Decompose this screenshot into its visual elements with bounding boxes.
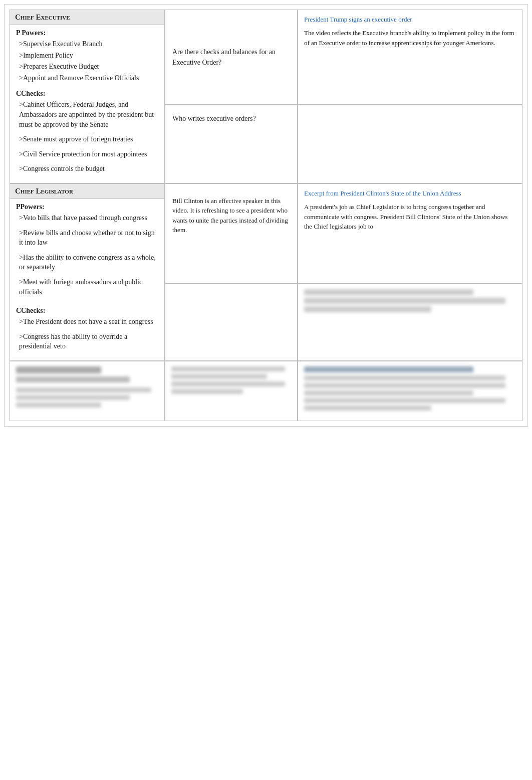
video2-cell: Excerpt from President Clinton's State o… [298,183,522,284]
check-item: >Cabinet Officers, Federal Judges, and A… [16,100,158,129]
response-text: Bill Clinton is an effective speaker in … [172,196,290,235]
checks-group: >Senate must approve of foriegn treaties [16,134,158,144]
legislator-power-item: >Veto bills that have passed through con… [16,213,158,223]
power-item: >Supervise Executive Branch [16,39,158,49]
legislator-checks-heading: CChecks: [16,307,158,315]
legislator-powers-list: >Veto bills that have passed through con… [16,213,158,223]
power-item: >Implement Policy [16,51,158,61]
power-item: >Prepares Executive Budget [16,62,158,72]
chief-legislator-content: PPowers: >Veto bills that have passed th… [10,199,164,360]
checks-heading: CChecks: [16,90,158,98]
chief-executive-left-panel: Chief Executive P Powers: >Supervise Exe… [10,10,165,183]
legislator-power-item: >Meet with foriegn ambassadors and publi… [16,277,158,297]
video2-description: A president's job as Chief Legislator is… [304,202,516,232]
power-item: >Appoint and Remove Executive Officials [16,73,158,83]
blurred-left-content [16,366,158,408]
blurred-center-content [171,366,291,394]
chief-legislator-left-panel: Chief Legislator PPowers: >Veto bills th… [10,183,165,361]
powers-heading: P Powers: [16,29,158,37]
legislator-power-item: >Has the ability to convene congress as … [16,253,158,272]
check-item: >Senate must approve of foriegn treaties [16,134,158,144]
legislator-checks-group: >The President does not have a seat in c… [16,317,158,327]
powers-list: >Supervise Executive Branch >Implement P… [16,39,158,83]
legislator-checks-group: >Congress has the ability to override a … [16,332,158,351]
video1-cell: President Trump signs an executive order… [298,10,522,105]
chief-executive-content: P Powers: >Supervise Executive Branch >I… [10,25,164,183]
checks-group: >Cabinet Officers, Federal Judges, and A… [16,100,158,129]
blurred-content [304,289,516,312]
empty-cell-3 [298,284,522,360]
legislator-check-item: >The President does not have a seat in c… [16,317,158,327]
blurred-right-content [304,366,516,411]
check-item: >Civil Service protection for most appoi… [16,149,158,159]
question1-cell: Are there checks and balances for an Exe… [165,10,298,105]
legislator-power-item: >Review bills and choose whether or not … [16,228,158,248]
video2-link[interactable]: Excerpt from President Clinton's State o… [304,189,461,197]
video1-link[interactable]: President Trump signs an executive order [304,16,412,23]
video1-description: The video reflects the Executive branch'… [304,28,516,48]
response-cell: Bill Clinton is an effective speaker in … [165,183,298,284]
blurred-center-cell [165,361,298,421]
question2-text: Who writes executive orders? [172,113,256,124]
check-item: >Congress controls the budget [16,164,158,174]
question1-text: Are there checks and balances for an Exe… [172,47,290,68]
empty-cell-1 [298,105,522,183]
legislator-powers-heading: PPowers: [16,203,158,211]
checks-group: >Congress controls the budget [16,164,158,174]
legislator-powers-list: >Has the ability to convene congress as … [16,253,158,272]
chief-executive-header: Chief Executive [10,10,164,25]
legislator-powers-list: >Review bills and choose whether or not … [16,228,158,248]
blurred-left-cell [10,361,165,421]
blurred-right-cell [298,361,522,421]
question2-cell: Who writes executive orders? [165,105,298,183]
legislator-powers-list: >Meet with foriegn ambassadors and publi… [16,277,158,297]
empty-cell-2 [165,284,298,360]
chief-legislator-header: Chief Legislator [10,184,164,199]
checks-group: >Civil Service protection for most appoi… [16,149,158,159]
legislator-check-item: >Congress has the ability to override a … [16,332,158,351]
